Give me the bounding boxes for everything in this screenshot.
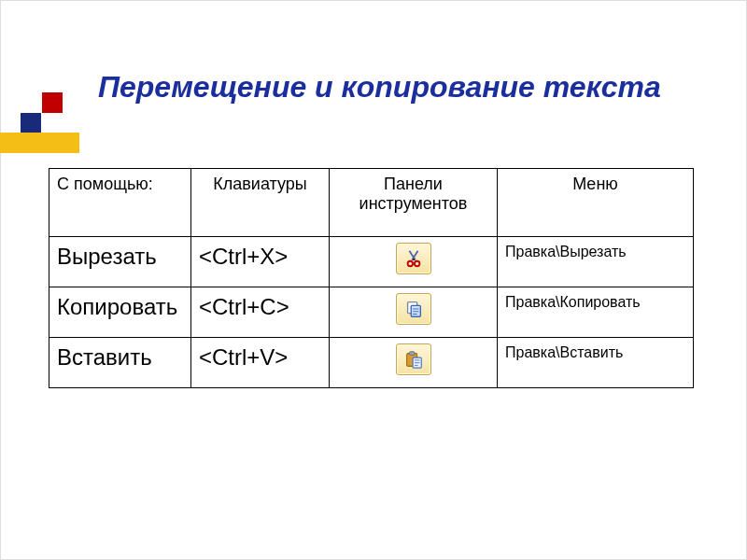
decor-navy-square — [21, 113, 41, 133]
paste-icon — [403, 349, 424, 370]
table-header-row: С помощью: Клавиатуры Панели инструменто… — [49, 169, 694, 237]
menu-cell: Правка\Вырезать — [498, 237, 694, 287]
shortcut-cell: <Ctrl+V> — [191, 338, 330, 388]
header-keyboard: Клавиатуры — [191, 169, 330, 237]
decor-red-square — [42, 92, 63, 113]
action-cell: Вставить — [49, 338, 191, 388]
header-toolbar: Панели инструментов — [330, 169, 498, 237]
toolbar-cell — [330, 338, 498, 388]
operations-table: С помощью: Клавиатуры Панели инструменто… — [49, 168, 694, 388]
svg-point-4 — [412, 259, 414, 260]
toolbar-cell — [330, 287, 498, 338]
paste-button[interactable] — [396, 343, 431, 375]
header-with: С помощью: — [49, 169, 191, 237]
decor-yellow-bar — [0, 133, 79, 153]
cut-icon — [403, 248, 424, 269]
slide-title: Перемещение и копирование текста — [98, 70, 691, 105]
copy-icon — [403, 299, 424, 319]
svg-point-3 — [414, 261, 419, 267]
slide: Перемещение и копирование текста С помощ… — [0, 0, 747, 560]
table-row: Вырезать <Ctrl+X> Правка\Вырезать — [49, 237, 694, 287]
shortcut-cell: <Ctrl+C> — [191, 287, 330, 338]
action-cell: Копировать — [49, 287, 191, 338]
svg-point-2 — [407, 261, 413, 267]
svg-rect-11 — [409, 352, 415, 356]
menu-cell: Правка\Вставить — [498, 338, 694, 388]
copy-button[interactable] — [396, 293, 431, 325]
toolbar-cell — [330, 237, 498, 287]
action-cell: Вырезать — [49, 237, 191, 287]
table-row: Копировать <Ctrl+C> Правка\Копировать — [49, 287, 694, 338]
table-row: Вставить <Ctrl+V> Правка\Вст — [49, 338, 694, 388]
menu-cell: Правка\Копировать — [498, 287, 694, 338]
header-menu: Меню — [498, 169, 694, 237]
shortcut-cell: <Ctrl+X> — [191, 237, 330, 287]
cut-button[interactable] — [396, 243, 431, 274]
